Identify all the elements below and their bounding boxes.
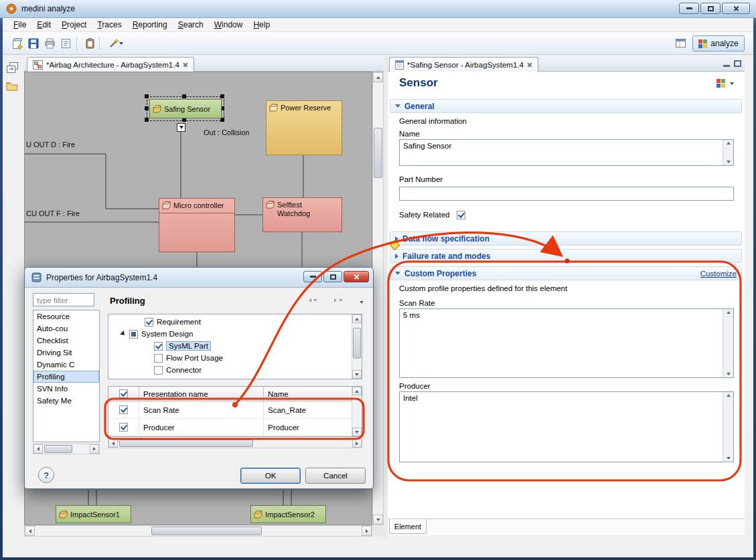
field-scrollbar[interactable] (723, 309, 733, 377)
section-custom-properties-header[interactable]: Custom Properties Customize (390, 266, 742, 280)
scroll-right-button[interactable] (352, 439, 362, 448)
tree-row-sysml-part[interactable]: SysML Part (108, 340, 211, 352)
tree-vscrollbar[interactable] (352, 314, 362, 379)
table-vscrollbar[interactable] (352, 387, 362, 436)
field-scrollbar[interactable] (723, 140, 733, 165)
section-general-header[interactable]: General (390, 99, 742, 113)
checkbox-partial[interactable] (129, 330, 138, 339)
preference-page-list[interactable]: Resource Auto-cou Checklist Driving Sit … (33, 310, 100, 442)
menu-project[interactable]: Project (56, 19, 92, 31)
select-all-checkbox[interactable] (119, 389, 128, 398)
tree-row-requirement[interactable]: Requirement (108, 316, 201, 328)
type-filter-input[interactable] (33, 294, 94, 306)
canvas-hscrollbar[interactable] (24, 525, 372, 537)
part-number-field[interactable] (399, 187, 734, 201)
node-impact-sensor-2[interactable]: ImpactSensor2 (250, 505, 326, 523)
node-power-reserve[interactable]: Power Reserve (266, 100, 342, 155)
producer-field[interactable]: Intel (399, 391, 734, 462)
hscroll-thumb[interactable] (151, 527, 262, 535)
section-failure-rate-header[interactable]: Failure rate and modes (390, 249, 742, 263)
tab-airbag-architecture[interactable]: *Airbag Architecture - AirbagSystem1.4 (27, 57, 194, 72)
dialog-maximize-button[interactable] (323, 271, 342, 282)
scroll-up-button[interactable] (352, 387, 362, 395)
row-scan-rate-presentation-cell[interactable]: Scan Rate (139, 401, 264, 419)
table-header-name[interactable]: Name (264, 387, 352, 401)
project-explorer-button[interactable] (5, 79, 19, 94)
scroll-up-button[interactable] (373, 72, 383, 82)
list-item-auto-counter[interactable]: Auto-cou (33, 322, 99, 335)
view-menu-dropdown-icon[interactable] (730, 82, 734, 85)
resize-handle[interactable] (220, 94, 224, 98)
back-button[interactable] (309, 298, 317, 302)
scan-rate-field[interactable]: 5 ms (399, 308, 734, 378)
table-header-checkbox-col[interactable] (108, 387, 139, 401)
tab-close-icon[interactable] (527, 62, 532, 68)
report-button[interactable] (58, 35, 74, 52)
tab-element[interactable]: Element (389, 519, 427, 534)
table-hscrollbar[interactable] (108, 438, 362, 448)
print-button[interactable] (42, 35, 58, 52)
producer-input[interactable]: Intel (400, 392, 722, 462)
scroll-right-button[interactable] (90, 444, 99, 454)
save-button[interactable] (25, 35, 42, 52)
filter-field[interactable] (33, 293, 94, 306)
list-item-driving-situations[interactable]: Driving Sit (33, 347, 99, 359)
minimize-button[interactable] (679, 3, 699, 14)
custom-properties-table[interactable]: Presentation name Name Scan Rate Scan_Ra… (108, 386, 362, 437)
name-input[interactable]: Safing Sensor (400, 140, 722, 165)
vscroll-thumb[interactable] (353, 328, 361, 359)
list-item-safety-measures[interactable]: Safety Me (33, 395, 99, 407)
row-scan-rate-checkbox-cell[interactable] (108, 401, 139, 419)
node-selftest-watchdog[interactable]: Selftest Watchdog (262, 197, 342, 232)
node-impact-sensor-1[interactable]: ImpactSensor1 (56, 505, 131, 523)
help-button[interactable]: ? (38, 467, 54, 483)
resize-handle[interactable] (145, 106, 149, 110)
list-item-profiling[interactable]: Profiling (33, 371, 99, 383)
row-producer-presentation-cell[interactable]: Producer (139, 419, 264, 436)
row-checkbox[interactable] (119, 423, 128, 432)
table-header-presentation-name[interactable]: Presentation name (139, 387, 264, 401)
out-port[interactable] (177, 123, 185, 132)
resize-handle[interactable] (145, 118, 149, 122)
row-producer-name-cell[interactable]: Producer (264, 419, 352, 436)
checkbox-unchecked[interactable] (154, 354, 163, 363)
node-safing-sensor[interactable]: Safing Sensor (149, 99, 222, 118)
node-micro-controller[interactable]: Micro controller (159, 198, 235, 252)
hscroll-thumb[interactable] (44, 445, 72, 453)
list-hscrollbar[interactable] (33, 444, 100, 454)
row-checkbox[interactable] (119, 405, 128, 414)
menu-traces[interactable]: Traces (92, 19, 127, 31)
tab-safing-sensor[interactable]: *Safing Sensor - AirbagSystem1.4 (389, 57, 538, 72)
scroll-down-button[interactable] (373, 515, 383, 525)
clipboard-button[interactable] (82, 35, 98, 52)
dialog-titlebar[interactable]: Properties for AirbagSystem1.4 (25, 268, 373, 288)
scroll-down-button[interactable] (352, 428, 362, 436)
row-producer-checkbox-cell[interactable] (108, 419, 139, 436)
checkbox-checked[interactable] (145, 318, 153, 326)
dialog-close-button[interactable] (344, 271, 369, 282)
analyze-perspective-button[interactable]: analyze (692, 35, 745, 52)
customize-link[interactable]: Customize (700, 270, 737, 278)
ok-button[interactable]: OK (240, 468, 301, 484)
section-data-flow-header[interactable]: Data flow specification (390, 231, 742, 246)
canvas-vscrollbar[interactable] (372, 72, 384, 525)
menu-reporting[interactable]: Reporting (127, 19, 173, 31)
back-dropdown-icon[interactable] (313, 299, 317, 302)
wand-button[interactable] (104, 35, 127, 52)
tree-expander-icon[interactable] (120, 331, 127, 337)
resize-handle[interactable] (182, 94, 186, 98)
view-menu-grid-icon[interactable] (716, 79, 725, 88)
dialog-minimize-button[interactable] (303, 271, 322, 282)
vscroll-thumb[interactable] (374, 128, 382, 178)
scroll-left-button[interactable] (33, 444, 43, 454)
list-item-checklist[interactable]: Checklist (33, 335, 99, 347)
list-item-svn-info[interactable]: SVN Info (33, 383, 99, 395)
cancel-button[interactable]: Cancel (305, 468, 366, 484)
forward-dropdown-icon[interactable] (339, 299, 343, 302)
row-scan-rate-name-cell[interactable]: Scan_Rate (264, 401, 352, 419)
menu-help[interactable]: Help (248, 19, 275, 31)
checkbox-unchecked[interactable] (154, 366, 163, 375)
part-number-input[interactable] (400, 188, 733, 201)
safety-related-checkbox[interactable] (457, 211, 465, 219)
view-minimize-button[interactable] (723, 61, 731, 67)
